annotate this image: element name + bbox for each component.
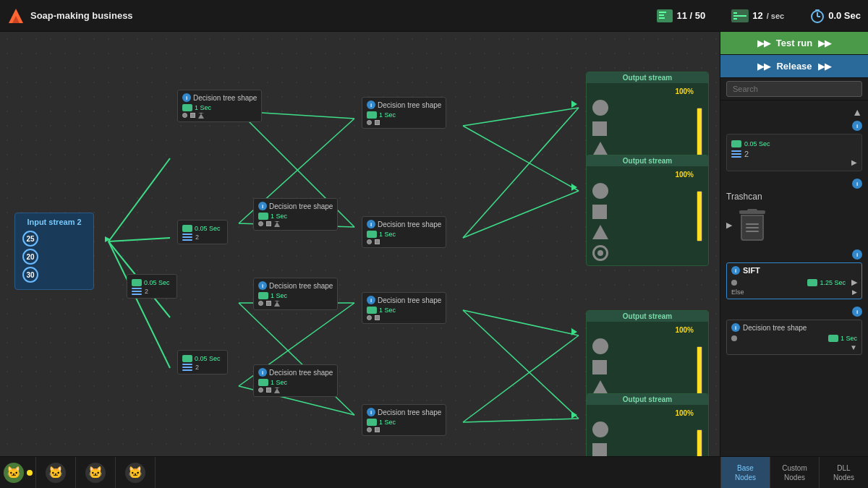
- trashcan-area: Trashcan: [726, 192, 862, 206]
- dt-node-r3-header: i Decision tree shape: [367, 296, 441, 304]
- rate-unit: / sec: [767, 12, 784, 20]
- dt-node-5-speed: 1 Sec: [258, 292, 333, 299]
- dt-node-6[interactable]: i Decision tree shape 1 Sec: [253, 364, 338, 397]
- svg-marker-37: [571, 411, 577, 419]
- out-bar-fill-1: [697, 108, 702, 158]
- base-nodes-tab[interactable]: Base Nodes: [720, 457, 770, 489]
- panel-info-badge-1[interactable]: i: [852, 121, 862, 131]
- svg-rect-5: [659, 17, 665, 19]
- panel-dt-dot: [731, 335, 737, 341]
- dt-node-5-header: i Decision tree shape: [258, 281, 333, 290]
- sift-else-arrow[interactable]: ▶: [852, 288, 857, 296]
- dt-node-3-speed: 1 Sec: [258, 213, 333, 220]
- tab-1[interactable]: 🐱: [36, 457, 76, 489]
- port-sr2: [375, 239, 380, 244]
- dt-node-3[interactable]: i Decision tree shape 1 Sec: [253, 198, 338, 231]
- panel-info-badge-2[interactable]: i: [852, 179, 862, 189]
- out-triangle-3: [592, 380, 608, 395]
- dll-nodes-tab[interactable]: DLL Nodes: [819, 457, 868, 489]
- test-run-button[interactable]: ▶▶ Test run ▶▶: [720, 32, 868, 55]
- search-input[interactable]: [726, 81, 862, 97]
- release-button[interactable]: ▶▶ Release ▶▶: [720, 55, 868, 78]
- sift-dot: [731, 280, 737, 286]
- output-node-2[interactable]: Output stream 100%: [586, 155, 709, 266]
- trashcan-play[interactable]: ▶: [726, 221, 732, 230]
- dt-node-5[interactable]: i Decision tree shape 1 Sec: [253, 278, 338, 310]
- svg-rect-4: [659, 14, 664, 16]
- svg-line-31: [463, 310, 579, 419]
- panel-dt-speed-icon: [828, 335, 838, 342]
- sift-node[interactable]: i SIFT 1.25 Sec ▶ Else ▶: [726, 262, 862, 299]
- panel-list-icon: [731, 150, 741, 158]
- release-label: Release: [776, 61, 812, 72]
- panel-info-badge-4[interactable]: i: [852, 307, 862, 317]
- mini-node-arrow[interactable]: ▶: [851, 158, 857, 166]
- test-run-label: Test run: [776, 38, 812, 48]
- dt-node-6-speed: 1 Sec: [258, 379, 333, 386]
- port-square: [190, 113, 195, 118]
- dt-node-r3-speed: 1 Sec: [367, 307, 441, 314]
- scroll-up-button[interactable]: ▲: [852, 106, 862, 118]
- input-node-title: Input stream 2: [22, 218, 86, 226]
- dt-node-5-title: Decision tree shape: [269, 282, 333, 290]
- info-badge-5: i: [258, 281, 267, 290]
- port-sr3: [375, 315, 380, 320]
- tab-cat-3: 🐱: [125, 463, 145, 483]
- panel-node-count: 2: [731, 150, 857, 158]
- right-panel: ▶▶ Test run ▶▶ ▶▶ Release ▶▶ ▲ i 0.05 Se…: [720, 32, 868, 456]
- connector-node-1[interactable]: 0.05 Sec 2: [127, 274, 177, 299]
- sift-header: i SIFT: [731, 266, 857, 275]
- trashcan-icon[interactable]: [738, 209, 767, 241]
- panel-mini-node[interactable]: 0.05 Sec 2 ▶: [726, 134, 862, 171]
- dt-node-r4[interactable]: i Decision tree shape 1 Sec: [362, 404, 446, 436]
- tab-3[interactable]: 🐱: [116, 457, 156, 489]
- search-box: [720, 78, 868, 100]
- sift-else-label: Else: [731, 288, 744, 296]
- connector-node-2[interactable]: 0.05 Sec 2: [177, 220, 228, 244]
- out-target-2: [592, 245, 608, 261]
- out-circle-3: [592, 338, 608, 354]
- output-node-4[interactable]: Output stream 100%: [586, 393, 709, 456]
- rate-value: 12: [752, 10, 762, 21]
- canvas-area[interactable]: Input stream 2 25 20 30 0.05 Sec 2 i Dec…: [0, 32, 720, 456]
- panel-speed-icon: [731, 140, 741, 147]
- out-percent-1: 100%: [675, 87, 694, 95]
- timer-value: 0.0 Sec: [828, 10, 861, 21]
- panel-dt-arrow[interactable]: ▼: [850, 343, 857, 351]
- out-circle-2: [592, 183, 608, 199]
- panel-info-row-1: i: [726, 121, 862, 131]
- dt-node-r1[interactable]: i Decision tree shape 1 Sec: [362, 97, 446, 129]
- dt-node-r4-header: i Decision tree shape: [367, 408, 441, 416]
- panel-content: ▲ i 0.05 Sec 2 ▶ i: [720, 100, 868, 456]
- main-cat-button[interactable]: 🐱: [0, 457, 36, 489]
- svg-marker-36: [571, 328, 577, 335]
- dt-node-r2[interactable]: i Decision tree shape 1 Sec: [362, 216, 446, 248]
- out-square-1: [592, 121, 607, 136]
- connector-node-3[interactable]: 0.05 Sec 2: [177, 350, 228, 374]
- port-t3: [274, 221, 280, 227]
- dt-node-1-title: Decision tree shape: [193, 94, 257, 102]
- port-c6: [258, 388, 263, 393]
- port-s6: [266, 388, 271, 393]
- port-triangle: [198, 113, 204, 119]
- port-sr1: [375, 120, 380, 125]
- out-triangle-1: [592, 142, 608, 156]
- trash-lid: [739, 210, 765, 214]
- svg-line-29: [463, 191, 579, 238]
- logo-area[interactable]: Soap-making business: [7, 7, 133, 25]
- tab-2[interactable]: 🐱: [76, 457, 116, 489]
- sift-port-row: 1.25 Sec ▶: [731, 278, 857, 287]
- dt-node-1[interactable]: i Decision tree shape 1 Sec: [177, 90, 262, 122]
- panel-dt-node[interactable]: i Decision tree shape 1 Sec ▼: [726, 320, 862, 355]
- dt-node-r3[interactable]: i Decision tree shape 1 Sec: [362, 292, 446, 324]
- port-c3: [258, 221, 263, 226]
- port-t6: [274, 388, 280, 393]
- sift-arrow[interactable]: ▶: [851, 278, 857, 287]
- svg-line-27: [463, 126, 579, 191]
- custom-nodes-tab[interactable]: Custom Nodes: [770, 457, 819, 489]
- svg-line-30: [463, 310, 579, 335]
- panel-info-badge-3[interactable]: i: [852, 249, 862, 260]
- out-triangle-2: [592, 225, 608, 239]
- panel-dt-info: i: [731, 323, 740, 332]
- input-node[interactable]: Input stream 2 25 20 30: [14, 213, 94, 290]
